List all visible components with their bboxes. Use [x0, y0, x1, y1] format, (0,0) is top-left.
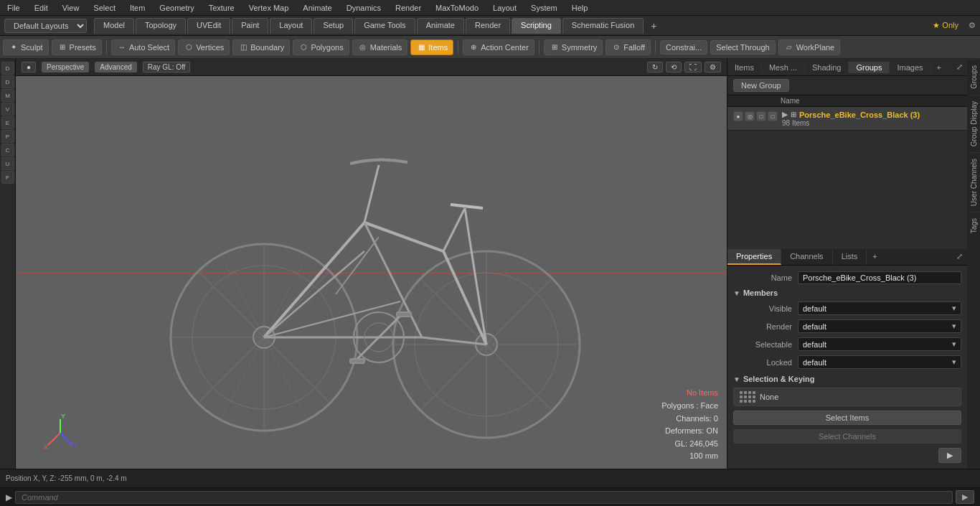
viewport[interactable]: ● Perspective Advanced Ray GL: Off ↻ ⟲ ⛶… [16, 59, 727, 469]
vtab-user-channels[interactable]: User Channels [969, 152, 979, 212]
left-tool-4[interactable]: V [1, 103, 14, 116]
vp-zoom-icon[interactable]: ⛶ [684, 62, 702, 72]
tab-gametools[interactable]: Game Tools [354, 18, 415, 34]
menu-view[interactable]: View [60, 2, 83, 14]
menu-item[interactable]: Item [127, 2, 148, 14]
sculpt-button[interactable]: ✦ Sculpt [3, 39, 49, 55]
tab-setup[interactable]: Setup [314, 18, 353, 34]
viewport-canvas[interactable]: No Items Polygons : Face Channels: 0 Def… [16, 76, 727, 469]
prop-selectable-select[interactable]: default ▾ [798, 337, 961, 351]
render-icon[interactable]: ◎ [745, 111, 755, 121]
menu-system[interactable]: System [528, 2, 560, 14]
props-tab-properties[interactable]: Properties [727, 249, 781, 265]
props-tab-channels[interactable]: Channels [781, 249, 832, 265]
vp-raygl[interactable]: Ray GL: Off [143, 62, 191, 72]
menu-layout[interactable]: Layout [490, 2, 519, 14]
vtab-tags[interactable]: Tags [969, 212, 979, 239]
props-tab-lists[interactable]: Lists [833, 249, 867, 265]
menu-texture[interactable]: Texture [206, 2, 237, 14]
tab-uvedit[interactable]: UVEdit [187, 18, 230, 34]
tab-layout[interactable]: Layout [270, 18, 312, 34]
prop-locked-select[interactable]: default ▾ [798, 355, 961, 369]
prop-render-select[interactable]: default ▾ [798, 319, 961, 333]
bike-svg [121, 93, 623, 452]
vtab-group-display[interactable]: Group Display [969, 95, 979, 152]
tab-topology[interactable]: Topology [136, 18, 186, 34]
vp-settings-icon[interactable]: ⚙ [705, 62, 721, 72]
gear-icon[interactable]: ⚙ [964, 21, 980, 30]
expand-bottom-button[interactable]: ▶ [938, 448, 961, 463]
tab-shading[interactable]: Shading [805, 62, 849, 73]
tab-images[interactable]: Images [890, 62, 930, 73]
tab-groups[interactable]: Groups [849, 62, 890, 73]
tab-mesh[interactable]: Mesh ... [762, 62, 805, 73]
left-tool-7[interactable]: C [1, 144, 14, 156]
tab-items[interactable]: Items [727, 62, 762, 73]
keying-arrow[interactable]: ▼ [733, 375, 740, 383]
layout-dropdown[interactable]: Default Layouts [4, 19, 87, 33]
left-tool-9[interactable]: F [1, 171, 14, 184]
select-items-button[interactable]: Select Items [733, 411, 961, 425]
tab-add-icon[interactable]: + [931, 62, 947, 73]
menu-render[interactable]: Render [392, 2, 424, 14]
size-label: 100 mm [661, 450, 718, 463]
lock-icon[interactable]: □ [768, 111, 778, 121]
menu-select[interactable]: Select [90, 2, 118, 14]
boundary-button[interactable]: ◫ Boundary [232, 39, 290, 55]
menu-vertexmap[interactable]: Vertex Map [246, 2, 292, 14]
tab-add[interactable]: + [645, 18, 662, 34]
menu-maxtomodo[interactable]: MaxToModo [433, 2, 481, 14]
symmetry-button[interactable]: ⊞ Symmetry [544, 39, 603, 55]
new-group-button[interactable]: New Group [733, 79, 789, 92]
vp-dot[interactable]: ● [22, 62, 36, 72]
constraints-button[interactable]: Constrai... [660, 40, 707, 55]
prop-visible-select[interactable]: default ▾ [798, 301, 961, 315]
presets-button[interactable]: ⊞ Presets [52, 39, 102, 55]
vtab-groups[interactable]: Groups [969, 59, 979, 95]
menu-dynamics[interactable]: Dynamics [344, 2, 384, 14]
workplane-button[interactable]: ▱ WorkPlane [778, 39, 841, 55]
materials-button[interactable]: ◎ Materials [352, 39, 408, 55]
polygons-button[interactable]: ⬡ Polygons [293, 39, 349, 55]
prop-name-input[interactable] [798, 271, 961, 284]
menu-file[interactable]: File [4, 2, 23, 14]
items-button[interactable]: ▦ Items [410, 39, 453, 55]
left-tool-1[interactable]: D [1, 62, 14, 75]
falloff-button[interactable]: ⊙ Falloff [606, 39, 651, 55]
eye-icon[interactable]: ● [733, 111, 743, 121]
expand-icon[interactable]: ⤢ [952, 61, 967, 73]
menu-help[interactable]: Help [569, 2, 591, 14]
vp-reset-icon[interactable]: ⟲ [666, 62, 682, 72]
left-tool-3[interactable]: M [1, 89, 14, 102]
select-channels-button[interactable]: Select Channels [733, 429, 961, 444]
auto-select-button[interactable]: ↔ Auto Select [111, 39, 175, 55]
menu-edit[interactable]: Edit [32, 2, 51, 14]
menu-animate[interactable]: Animate [300, 2, 334, 14]
vp-rotate-icon[interactable]: ↻ [647, 62, 663, 72]
tab-paint[interactable]: Paint [232, 18, 268, 34]
left-tool-2[interactable]: D [1, 75, 14, 88]
left-tool-6[interactable]: P [1, 130, 14, 143]
vp-advanced[interactable]: Advanced [95, 62, 136, 72]
select-through-button[interactable]: Select Through [710, 40, 775, 55]
tab-animate[interactable]: Animate [417, 18, 464, 34]
select-icon[interactable]: □ [756, 111, 766, 121]
prop-selectable-row: Selectable default ▾ [733, 337, 961, 351]
group-expand-arrow[interactable]: ▶ [782, 110, 788, 119]
command-go-button[interactable]: ▶ [956, 490, 974, 504]
tab-model[interactable]: Model [94, 18, 134, 34]
tab-scripting[interactable]: Scripting [512, 18, 561, 34]
action-center-button[interactable]: ⊕ Action Center [463, 39, 534, 55]
members-arrow[interactable]: ▼ [733, 289, 740, 297]
props-tab-add[interactable]: + [867, 249, 882, 265]
tab-schematic[interactable]: Schematic Fusion [562, 18, 644, 34]
left-tool-5[interactable]: E [1, 116, 14, 129]
left-tool-8[interactable]: U [1, 157, 14, 170]
menu-geometry[interactable]: Geometry [156, 2, 197, 14]
vertices-button[interactable]: ⬡ Vertices [178, 39, 230, 55]
props-expand-icon[interactable]: ⤢ [952, 249, 967, 265]
vp-perspective[interactable]: Perspective [42, 62, 89, 72]
command-input[interactable] [15, 491, 953, 504]
tab-render[interactable]: Render [466, 18, 510, 34]
group-row[interactable]: ● ◎ □ □ ▶ ⊞ Porsche_eBike_Cross_Black (3… [727, 107, 967, 131]
